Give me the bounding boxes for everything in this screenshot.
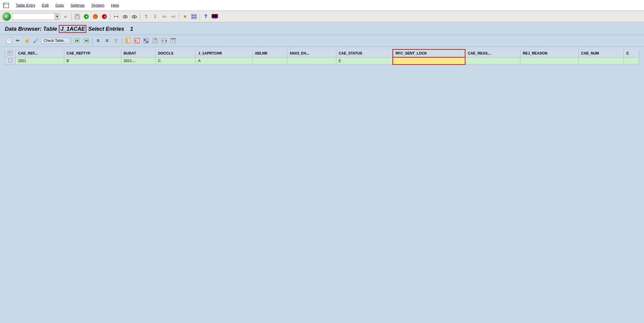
content-area: Data Browser: Table J_1ACAE Select Entri… bbox=[0, 22, 644, 67]
cell-budat[interactable]: 2021-... bbox=[121, 57, 155, 64]
svg-rect-67 bbox=[171, 38, 176, 39]
find-next-button[interactable] bbox=[130, 13, 138, 20]
svg-rect-28 bbox=[192, 17, 194, 18]
cell-doccls[interactable]: C bbox=[156, 57, 196, 64]
edit-button[interactable]: ✏ bbox=[14, 37, 22, 45]
svg-text:Σ: Σ bbox=[126, 39, 128, 43]
nav-down-button[interactable]: ⇩ bbox=[151, 13, 159, 20]
title-pre: Data Browser: Table bbox=[5, 26, 59, 32]
exit-button[interactable]: ⌂ bbox=[91, 13, 99, 20]
back-button[interactable] bbox=[82, 13, 90, 20]
menu-settings[interactable]: Settings bbox=[68, 2, 88, 8]
col-header-cae-num: CAE_NUM bbox=[579, 49, 624, 57]
nav-next-button[interactable]: ⇨ bbox=[169, 13, 177, 20]
favorite-button[interactable]: ★ bbox=[181, 13, 189, 20]
svg-text:✕: ✕ bbox=[103, 15, 106, 19]
col-header-rfc-sent-lock: RFC_SENT_LOCK bbox=[393, 49, 465, 57]
table-header: CAE_REF... CAE_REFTYP BUDAT DOCCLS J_1AP… bbox=[5, 49, 639, 57]
command-field[interactable]: ▼ bbox=[12, 13, 60, 20]
col-header-cae-ref: CAE_REF... bbox=[16, 49, 64, 57]
page-header: Data Browser: Table J_1ACAE Select Entri… bbox=[0, 22, 644, 35]
cell-cae-ref[interactable]: 2021 bbox=[16, 57, 64, 64]
col-header-cae-reftyp: CAE_REFTYP bbox=[64, 49, 121, 57]
command-dropdown[interactable]: ▼ bbox=[55, 14, 59, 20]
new-document-button[interactable] bbox=[5, 37, 13, 45]
filter-button[interactable]: ▽ bbox=[112, 37, 120, 45]
config-button[interactable] bbox=[190, 13, 198, 20]
detail-button[interactable]: 🔎 bbox=[32, 37, 40, 45]
grid-button[interactable] bbox=[151, 37, 159, 45]
rewind-button[interactable]: « bbox=[62, 13, 69, 20]
command-input[interactable] bbox=[12, 14, 55, 20]
cell-rfc-sent-lock[interactable] bbox=[393, 57, 465, 64]
app-icon: ≡ bbox=[2, 2, 10, 9]
menu-system[interactable]: System bbox=[88, 2, 107, 8]
entry-count: 1 bbox=[130, 26, 133, 32]
toolbar-sep-1 bbox=[71, 13, 71, 20]
cell-cae-num[interactable] bbox=[579, 57, 624, 64]
cell-rej-reason[interactable] bbox=[520, 57, 579, 64]
first-page-button[interactable] bbox=[73, 37, 81, 45]
col-header-cae-reas: CAE_REAS... bbox=[465, 49, 520, 57]
main-toolbar: ✓ ▼ « ⌂ ✕ bbox=[0, 11, 644, 22]
help-button[interactable]: ? bbox=[202, 13, 210, 20]
svg-text:↓: ↓ bbox=[136, 40, 138, 43]
toolbar-sep-4 bbox=[179, 13, 179, 20]
cell-c[interactable] bbox=[624, 57, 639, 64]
nav-up-button[interactable]: ⇧ bbox=[142, 13, 150, 20]
find-button[interactable] bbox=[121, 13, 129, 20]
cell-cae-reftyp[interactable]: B bbox=[64, 57, 121, 64]
svg-rect-65 bbox=[166, 40, 167, 42]
table-row[interactable]: 2021 B 2021-... C A E bbox=[5, 57, 639, 64]
svg-text:⌂: ⌂ bbox=[94, 15, 96, 19]
col-header-xblnr: XBLNR bbox=[252, 49, 287, 57]
cell-xblnr[interactable] bbox=[252, 57, 287, 64]
align-right-button[interactable]: ≡ bbox=[103, 37, 111, 45]
cell-anx3da[interactable] bbox=[287, 57, 336, 64]
svg-rect-16 bbox=[115, 14, 118, 16]
ok-button[interactable]: ✓ bbox=[2, 12, 11, 21]
title-post: Select Entries bbox=[87, 26, 124, 32]
col-header-rej-reason: REJ_REASON bbox=[520, 49, 579, 57]
col-adjust-button[interactable] bbox=[160, 37, 168, 45]
col-header-budat: BUDAT bbox=[121, 49, 155, 57]
dt-sep-3 bbox=[122, 37, 122, 44]
check-table-button[interactable]: Check Table... bbox=[41, 38, 69, 44]
svg-rect-71 bbox=[8, 51, 13, 55]
monitor-button[interactable] bbox=[211, 13, 219, 20]
select-button[interactable]: ☝ bbox=[23, 37, 31, 45]
data-toolbar: ✏ ☝ 🔎 Check Table... ≡ ≡ bbox=[0, 35, 644, 47]
col-header-anx3da: ANX3_DA... bbox=[287, 49, 336, 57]
print-button[interactable] bbox=[112, 13, 120, 20]
menu-bar: ≡ Table Entry Edit Goto Settings System … bbox=[0, 0, 644, 11]
toolbar-sep-2 bbox=[110, 13, 110, 20]
save-button[interactable] bbox=[73, 13, 81, 20]
data-table: CAE_REF... CAE_REFTYP BUDAT DOCCLS J_1AP… bbox=[5, 49, 639, 65]
sum-button[interactable]: Σ bbox=[124, 37, 132, 45]
row-sel-cell[interactable] bbox=[5, 57, 16, 64]
cell-cae-reas[interactable] bbox=[465, 57, 520, 64]
pivot-button[interactable] bbox=[142, 37, 150, 45]
cell-cae-status[interactable]: E bbox=[336, 57, 393, 64]
menu-help[interactable]: Help bbox=[108, 2, 122, 8]
nav-prev-button[interactable]: ⇦ bbox=[160, 13, 168, 20]
svg-rect-53 bbox=[146, 41, 148, 43]
cell-j1aprtchr[interactable]: A bbox=[196, 57, 252, 64]
col-header-doccls: DOCCLS bbox=[156, 49, 196, 57]
menu-edit[interactable]: Edit bbox=[39, 2, 52, 8]
dt-sep-2 bbox=[92, 37, 92, 44]
cancel-button[interactable]: ✕ bbox=[100, 13, 108, 20]
last-page-button[interactable] bbox=[82, 37, 90, 45]
col-header-j1aprtchr: J_1APRTCHR bbox=[196, 49, 252, 57]
svg-rect-15 bbox=[115, 17, 118, 19]
svg-text:≡: ≡ bbox=[4, 5, 5, 7]
abc-button[interactable]: T ↓ bbox=[133, 37, 141, 45]
data-table-wrap: CAE_REF... CAE_REFTYP BUDAT DOCCLS J_1AP… bbox=[0, 47, 644, 67]
svg-rect-7 bbox=[76, 17, 78, 18]
menu-goto[interactable]: Goto bbox=[52, 2, 67, 8]
align-left-button[interactable]: ≡ bbox=[94, 37, 102, 45]
table-name-highlight: J_1ACAE bbox=[59, 25, 86, 33]
table-layout-button[interactable] bbox=[169, 37, 177, 45]
menu-table-entry[interactable]: Table Entry bbox=[13, 2, 38, 8]
page-title: Data Browser: Table J_1ACAE Select Entri… bbox=[5, 26, 639, 32]
